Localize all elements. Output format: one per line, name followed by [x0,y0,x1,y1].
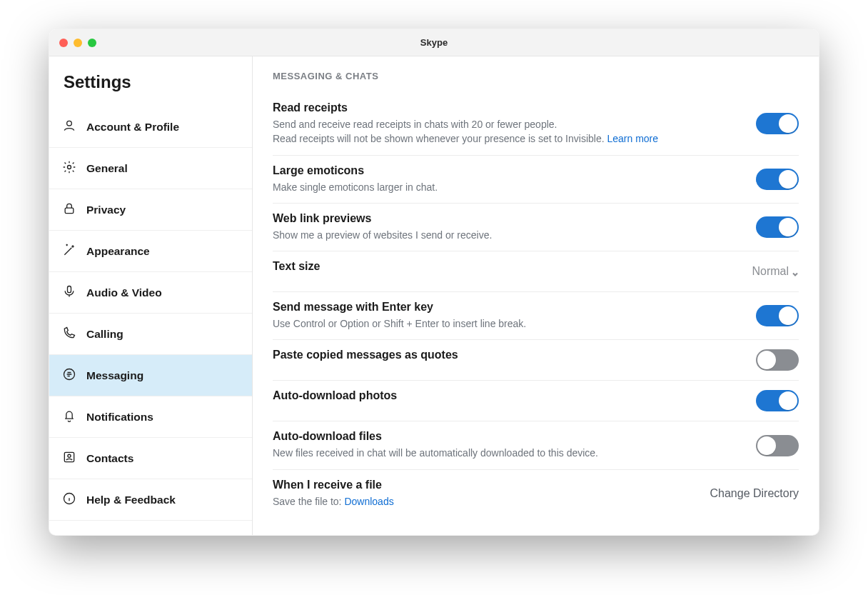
user-icon [62,119,76,136]
contacts-icon [62,450,76,467]
sidebar-item-notifications[interactable]: Notifications [49,396,252,438]
sidebar-item-label: Notifications [86,411,153,424]
downloads-folder-link[interactable]: Downloads [344,496,393,507]
setting-label: Text size [273,260,737,273]
sidebar-item-label: General [86,162,128,175]
setting-row-web-link-previews: Web link previews Show me a preview of w… [273,204,799,251]
setting-row-paste-quotes: Paste copied messages as quotes [273,340,799,381]
settings-heading: Settings [49,72,252,106]
svg-point-6 [68,454,71,457]
sidebar-item-label: Contacts [86,452,133,465]
sidebar-item-privacy[interactable]: Privacy [49,189,252,231]
sidebar-item-label: Account & Profile [86,121,179,134]
category-title: MESSAGING & CHATS [273,71,799,81]
lock-icon [62,201,76,219]
svg-point-1 [68,165,71,169]
sidebar-item-label: Audio & Video [86,286,162,299]
minimize-window-button[interactable] [74,39,82,47]
setting-desc: Send and receive read receipts in chats … [273,117,742,131]
text-size-value: Normal [752,265,789,278]
mic-icon [62,284,76,301]
maximize-window-button[interactable] [88,39,96,47]
sidebar-item-contacts[interactable]: Contacts [49,438,252,479]
app-window: Skype Settings Account & Profile General [49,29,819,536]
setting-row-send-enter: Send message with Enter key Use Control … [273,292,799,340]
window-title: Skype [49,37,819,48]
chevron-down-icon [792,268,799,275]
sidebar-item-audio-video[interactable]: Audio & Video [49,272,252,314]
settings-content: MESSAGING & CHATS Read receipts Send and… [253,56,819,535]
svg-rect-2 [65,208,74,214]
learn-more-link[interactable]: Learn more [607,133,658,144]
sidebar-item-label: Calling [86,328,123,341]
send-enter-toggle[interactable] [756,305,799,326]
sidebar-item-label: Privacy [86,204,126,216]
sidebar-item-appearance[interactable]: Appearance [49,231,252,272]
svg-rect-3 [68,286,71,292]
setting-label: Send message with Enter key [273,301,742,314]
setting-row-read-receipts: Read receipts Send and receive read rece… [273,93,799,156]
setting-label: Large emoticons [273,164,742,177]
setting-label: Web link previews [273,212,742,225]
sidebar-item-help[interactable]: Help & Feedback [49,479,252,521]
gear-icon [62,160,76,177]
svg-point-0 [67,121,72,126]
chat-icon [62,367,76,384]
setting-label: When I receive a file [273,479,696,491]
setting-desc: New files received in chat will be autom… [273,446,742,460]
sidebar-item-general[interactable]: General [49,148,252,189]
settings-sidebar: Settings Account & Profile General Priva… [49,56,253,535]
sidebar-item-label: Appearance [86,245,150,258]
setting-row-auto-download-files: Auto-download files New files received i… [273,421,799,469]
setting-desc: Show me a preview of websites I send or … [273,228,742,242]
window-controls [59,39,96,47]
read-receipts-toggle[interactable] [756,113,799,134]
setting-desc: Save the file to: Downloads [273,494,696,509]
phone-icon [62,326,76,343]
wand-icon [62,243,76,260]
setting-desc: Use Control or Option or Shift + Enter t… [273,316,742,331]
info-icon [62,491,76,509]
setting-label: Auto-download files [273,430,742,443]
setting-desc: Make single emoticons larger in chat. [273,180,742,194]
setting-label: Auto-download photos [273,389,742,402]
auto-download-files-toggle[interactable] [756,435,799,456]
titlebar: Skype [49,29,819,56]
sidebar-item-calling[interactable]: Calling [49,314,252,355]
web-link-previews-toggle[interactable] [756,216,799,238]
sidebar-item-messaging[interactable]: Messaging [49,355,252,396]
setting-row-receive-file: When I receive a file Save the file to: … [273,470,799,517]
setting-row-auto-download-photos: Auto-download photos [273,381,799,421]
close-window-button[interactable] [59,39,68,47]
paste-quotes-toggle[interactable] [756,349,799,371]
text-size-select[interactable]: Normal [752,265,799,278]
setting-desc2-text: Read receipts will not be shown whenever… [273,133,607,144]
auto-download-photos-toggle[interactable] [756,390,799,411]
large-emoticons-toggle[interactable] [756,169,799,190]
sidebar-item-label: Messaging [86,369,143,382]
sidebar-item-label: Help & Feedback [86,494,176,506]
change-directory-button[interactable]: Change Directory [710,487,799,500]
setting-label: Paste copied messages as quotes [273,349,742,361]
setting-label: Read receipts [273,101,742,114]
setting-desc2: Read receipts will not be shown whenever… [273,131,742,146]
receive-file-desc-prefix: Save the file to: [273,496,344,507]
sidebar-item-account[interactable]: Account & Profile [49,106,252,148]
bell-icon [62,409,76,426]
setting-row-text-size: Text size Normal [273,251,799,292]
setting-row-large-emoticons: Large emoticons Make single emoticons la… [273,156,799,204]
